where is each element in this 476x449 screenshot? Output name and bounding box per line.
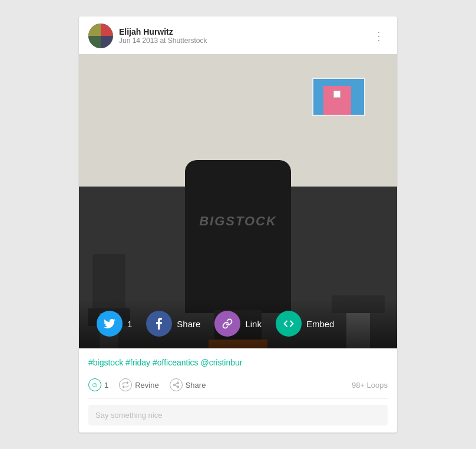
comment-input[interactable]: Say something nice (88, 405, 388, 425)
post-card: Elijah Hurwitz Jun 14 2013 at Shuttersto… (79, 16, 397, 433)
share-action-button[interactable]: Share (170, 378, 206, 391)
card-header: Elijah Hurwitz Jun 14 2013 at Shuttersto… (79, 16, 397, 54)
loops-count: 98+ Loops (352, 381, 388, 390)
revine-button[interactable]: Revine (119, 378, 158, 391)
like-count: 1 (104, 381, 108, 390)
like-icon: ☺ (88, 378, 101, 391)
card-body: #bigstock #friday #officeantics @cristin… (79, 348, 397, 433)
hashtag-friday[interactable]: #friday (125, 358, 150, 367)
embed-icon (276, 311, 302, 337)
user-info: Elijah Hurwitz Jun 14 2013 at Shuttersto… (119, 27, 207, 45)
link-icon (214, 311, 240, 337)
more-menu-button[interactable]: ⋮ (371, 28, 388, 44)
artwork (312, 78, 365, 116)
avatar[interactable] (88, 24, 113, 48)
svg-line-4 (175, 383, 177, 384)
share-label: Share (186, 381, 206, 390)
link-label: Link (245, 319, 262, 329)
timestamp: Jun 14 2013 at Shutterstock (119, 36, 207, 45)
share-icon (170, 378, 183, 391)
hashtag-officeantics[interactable]: #officeantics (153, 358, 199, 367)
hashtag-bigstock[interactable]: #bigstock (88, 358, 123, 367)
like-button[interactable]: ☺ 1 (88, 378, 108, 391)
svg-point-0 (177, 382, 178, 384)
svg-point-1 (173, 384, 175, 386)
facebook-label: Share (177, 319, 200, 329)
header-left: Elijah Hurwitz Jun 14 2013 at Shuttersto… (88, 24, 207, 48)
mention-cristinbur[interactable]: @cristinbur (200, 358, 242, 367)
media-container: BIGSTOCK (79, 54, 397, 348)
twitter-icon (97, 311, 123, 337)
embed-button[interactable]: Embed (276, 311, 335, 337)
action-bar: 1 Share Link (79, 299, 397, 348)
revine-label: Revine (135, 381, 158, 390)
facebook-share-button[interactable]: Share (146, 311, 200, 337)
svg-point-2 (177, 386, 178, 388)
svg-line-3 (175, 385, 177, 387)
username[interactable]: Elijah Hurwitz (119, 27, 207, 36)
revine-icon (119, 378, 132, 391)
card-actions-left: ☺ 1 Revine (88, 378, 206, 391)
embed-label: Embed (306, 319, 335, 329)
link-button[interactable]: Link (214, 311, 262, 337)
facebook-icon (146, 311, 172, 337)
card-actions: ☺ 1 Revine (88, 375, 388, 399)
hashtags-line: #bigstock #friday #officeantics @cristin… (88, 357, 388, 369)
twitter-share-button[interactable]: 1 (97, 311, 132, 337)
twitter-count: 1 (127, 319, 132, 329)
